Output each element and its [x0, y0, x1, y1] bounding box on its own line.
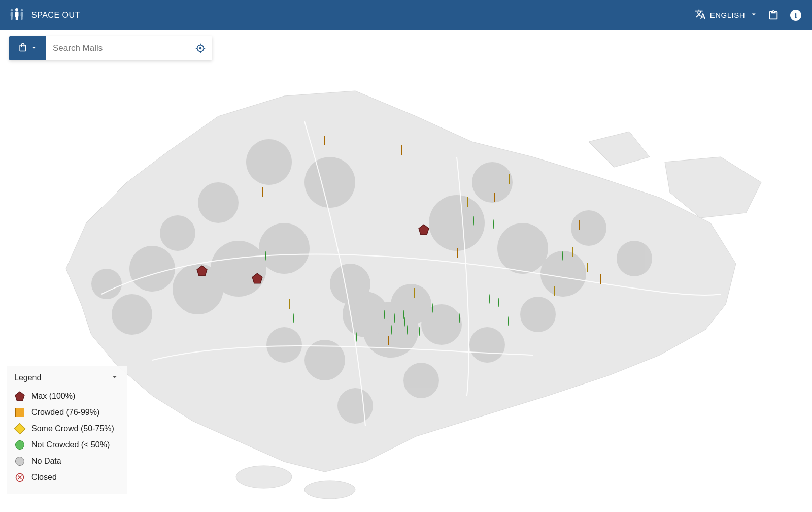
marker-not[interactable]	[404, 317, 405, 327]
svg-point-13	[304, 481, 355, 499]
info-button[interactable]: i	[789, 8, 803, 22]
legend-label: Some Crowd (50-75%)	[31, 424, 114, 433]
marker-not[interactable]	[391, 326, 392, 335]
svg-point-23	[497, 223, 548, 274]
marker-crowded[interactable]	[401, 146, 402, 155]
marker-crowded[interactable]	[324, 136, 325, 145]
legend-label: No Data	[31, 457, 61, 466]
marker-some[interactable]	[289, 300, 290, 309]
marker-crowded[interactable]	[262, 187, 263, 197]
marker-not[interactable]	[562, 251, 563, 261]
map-container[interactable]: Legend Max (100%) Crowded (76-99%) Some …	[0, 30, 812, 512]
category-dropdown[interactable]	[9, 36, 46, 60]
language-selector[interactable]: ENGLISH	[695, 9, 758, 21]
legend-label: Max (100%)	[31, 392, 75, 401]
marker-crowded[interactable]	[494, 193, 495, 202]
svg-point-35	[571, 210, 606, 246]
marker-not[interactable]	[407, 326, 408, 335]
marker-some[interactable]	[414, 289, 415, 298]
svg-point-45	[199, 48, 201, 49]
svg-rect-5	[21, 16, 22, 20]
legend-item-nodata: No Data	[14, 453, 120, 469]
search-input-wrap	[46, 36, 188, 60]
legend-label: Not Crowded (< 50%)	[31, 440, 110, 450]
svg-rect-2	[11, 16, 12, 20]
search-toolbar	[9, 36, 212, 60]
marker-some[interactable]	[509, 175, 510, 184]
brand: SPACE OUT	[9, 8, 80, 23]
marker-not[interactable]	[493, 220, 494, 229]
logo-icon	[9, 8, 24, 23]
svg-point-22	[429, 195, 485, 251]
svg-point-31	[198, 182, 239, 223]
svg-point-28	[330, 264, 370, 304]
marker-max[interactable]	[252, 273, 263, 286]
svg-point-30	[246, 139, 292, 185]
svg-point-33	[112, 294, 152, 335]
language-label: ENGLISH	[710, 11, 745, 19]
legend-item-max: Max (100%)	[14, 388, 120, 404]
legend-label: Crowded (76-99%)	[31, 408, 99, 417]
marker-not[interactable]	[394, 314, 395, 323]
legend-toggle[interactable]: Legend	[14, 372, 120, 384]
marker-some[interactable]	[467, 198, 468, 207]
svg-point-39	[403, 363, 439, 398]
svg-point-27	[266, 327, 302, 363]
svg-point-34	[91, 269, 122, 299]
svg-point-32	[160, 215, 195, 251]
svg-rect-8	[16, 16, 18, 20]
translate-icon	[695, 9, 706, 21]
legend-label: Closed	[31, 473, 57, 482]
marker-not[interactable]	[508, 317, 509, 326]
marker-not[interactable]	[384, 310, 385, 319]
chevron-down-icon	[110, 372, 120, 384]
svg-marker-50	[15, 392, 24, 401]
marker-not[interactable]	[356, 333, 357, 342]
marker-crowded[interactable]	[388, 336, 389, 345]
svg-point-6	[15, 8, 18, 11]
svg-point-40	[337, 388, 373, 424]
marker-not[interactable]	[489, 295, 490, 304]
marker-not[interactable]	[432, 304, 433, 313]
marker-not[interactable]	[498, 298, 499, 307]
legend-item-not: Not Crowded (< 50%)	[14, 437, 120, 453]
marker-max[interactable]	[196, 265, 208, 278]
marker-some[interactable]	[554, 286, 555, 296]
marker-crowded[interactable]	[600, 275, 601, 284]
legend-item-some: Some Crowd (50-75%)	[14, 421, 120, 437]
locate-button[interactable]	[188, 36, 212, 60]
svg-marker-43	[252, 273, 262, 283]
legend-list: Max (100%) Crowded (76-99%) Some Crowd (…	[14, 388, 120, 486]
marker-crowded[interactable]	[457, 249, 458, 258]
svg-point-20	[129, 246, 175, 292]
clipboard-button[interactable]	[766, 8, 781, 22]
marker-max[interactable]	[418, 224, 429, 237]
caret-down-icon	[31, 44, 37, 53]
svg-point-25	[421, 304, 462, 345]
svg-point-24	[540, 251, 586, 297]
svg-point-37	[520, 297, 556, 332]
svg-marker-41	[419, 225, 429, 235]
marker-not[interactable]	[473, 216, 474, 226]
svg-text:i: i	[795, 11, 797, 19]
svg-point-0	[11, 9, 13, 11]
marker-crowded[interactable]	[579, 221, 580, 230]
marker-not[interactable]	[265, 251, 266, 261]
legend-title: Legend	[14, 373, 41, 382]
legend-panel: Legend Max (100%) Crowded (76-99%) Some …	[7, 366, 127, 494]
marker-not[interactable]	[293, 314, 294, 323]
marker-not[interactable]	[419, 327, 420, 336]
marker-some[interactable]	[587, 263, 588, 272]
marker-some[interactable]	[572, 248, 573, 257]
chevron-down-icon	[749, 10, 758, 20]
svg-point-3	[21, 9, 23, 11]
search-input[interactable]	[46, 36, 188, 60]
legend-item-crowded: Crowded (76-99%)	[14, 404, 120, 421]
svg-point-12	[236, 466, 292, 488]
shopping-bag-icon	[18, 42, 28, 54]
marker-not[interactable]	[459, 314, 460, 323]
svg-point-21	[304, 157, 355, 208]
svg-marker-42	[197, 266, 207, 276]
svg-point-36	[617, 241, 652, 276]
svg-point-38	[469, 327, 505, 363]
